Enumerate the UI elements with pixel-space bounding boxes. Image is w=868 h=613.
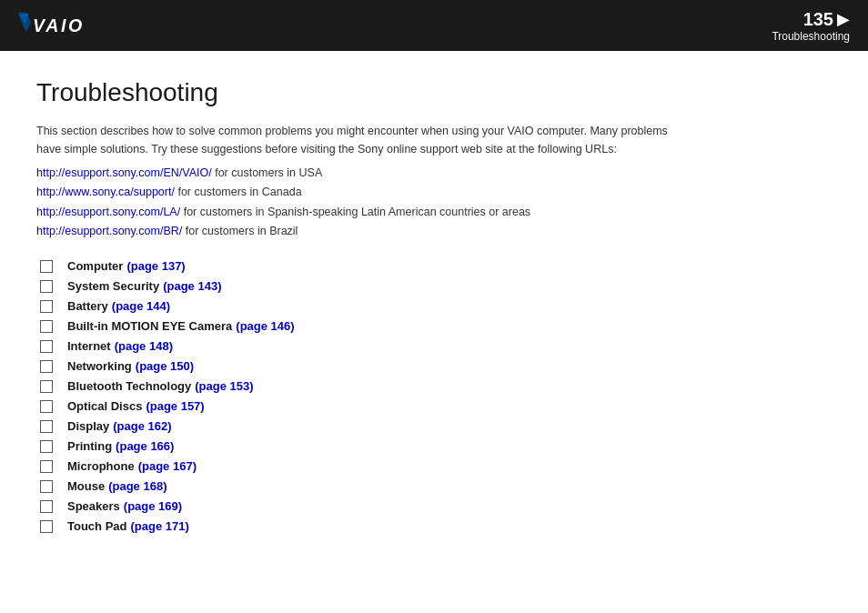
toc-item-label: Microphone [67,459,135,473]
toc-item-label: Bluetooth Technology [67,379,191,393]
vaio-logo-icon: VAIO [18,11,99,40]
toc-item-label: Printing [67,439,112,453]
toc-list-item: Built-in MOTION EYE Camera (page 146) [36,319,832,333]
toc-list-item: Battery (page 144) [36,299,832,313]
checkbox-icon [40,460,53,473]
toc-item-link[interactable]: (page 162) [113,419,171,433]
arrow-icon: ▶ [837,9,850,29]
toc-list-item: Touch Pad (page 171) [36,519,832,533]
toc-list-item: Computer (page 137) [36,259,832,273]
url-links-block: http://esupport.sony.com/EN/VAIO/ for cu… [36,164,832,241]
checkbox-icon [40,340,53,353]
checkbox-icon [40,500,53,513]
url-line-3: http://esupport.sony.com/LA/ for custome… [36,203,832,222]
url-brazil-suffix: for customers in Brazil [182,225,298,237]
toc-list-item: Speakers (page 169) [36,499,832,513]
toc-item-link[interactable]: (page 168) [108,479,167,493]
section-label: Troubleshooting [772,30,850,43]
url-line-1: http://esupport.sony.com/EN/VAIO/ for cu… [36,164,832,183]
url-la-link[interactable]: http://esupport.sony.com/LA/ [36,206,180,218]
checkbox-icon [40,520,53,533]
toc-item-label: System Security [67,279,159,293]
checkbox-icon [40,440,53,453]
page-title: Troubleshooting [36,78,832,107]
toc-list-item: Printing (page 166) [36,439,832,453]
checkbox-icon [40,280,53,293]
toc-item-label: Speakers [67,499,120,513]
toc-list-item: Networking (page 150) [36,359,832,373]
url-canada-link[interactable]: http://www.sony.ca/support/ [36,186,175,198]
toc-item-link[interactable]: (page 167) [138,459,197,473]
intro-line2: have simple solutions. Try these suggest… [36,143,617,156]
page-number-line: 135 ▶ [803,9,850,30]
toc-item-label: Networking [67,359,132,373]
toc-item-label: Display [67,419,109,433]
toc-item-label: Optical Discs [67,399,142,413]
checkbox-icon [40,400,53,413]
url-la-suffix: for customers in Spanish-speaking Latin … [180,206,530,218]
toc-list-item: Display (page 162) [36,419,832,433]
toc-item-link[interactable]: (page 150) [136,359,194,373]
url-usa-link[interactable]: http://esupport.sony.com/EN/VAIO/ [36,166,212,179]
toc-item-link[interactable]: (page 146) [236,319,294,333]
toc-list-item: Internet (page 148) [36,339,832,353]
toc-item-link[interactable]: (page 157) [146,399,204,413]
toc-item-label: Touch Pad [67,519,126,533]
url-line-2: http://www.sony.ca/support/ for customer… [36,183,832,202]
toc-item-link[interactable]: (page 137) [126,259,185,273]
toc-item-label: Internet [67,339,111,353]
url-brazil-link[interactable]: http://esupport.sony.com/BR/ [36,225,182,237]
main-content: Troubleshooting This section describes h… [0,51,868,558]
toc-list-item: System Security (page 143) [36,279,832,293]
toc-item-link[interactable]: (page 144) [112,299,170,313]
toc-list-item: Mouse (page 168) [36,479,832,493]
checkbox-icon [40,300,53,313]
toc-item-link[interactable]: (page 169) [124,499,182,513]
checkbox-icon [40,480,53,493]
checkbox-icon [40,320,53,333]
checkbox-icon [40,260,53,273]
toc-item-label: Computer [67,259,123,273]
toc-item-link[interactable]: (page 148) [115,339,173,353]
toc-item-link[interactable]: (page 143) [163,279,221,293]
header-right: 135 ▶ Troubleshooting [772,9,850,43]
toc-item-label: Built-in MOTION EYE Camera [67,319,232,333]
toc-item-link[interactable]: (page 153) [195,379,253,393]
toc-item-link[interactable]: (page 171) [130,519,188,533]
checkbox-icon [40,380,53,393]
toc-list-item: Microphone (page 167) [36,459,832,473]
url-usa-suffix: for customers in USA [212,166,323,179]
svg-text:VAIO: VAIO [33,15,85,35]
toc-item-label: Mouse [67,479,105,493]
toc-item-link[interactable]: (page 166) [116,439,174,453]
checkbox-icon [40,420,53,433]
intro-paragraph: This section describes how to solve comm… [36,122,832,158]
checkbox-icon [40,360,53,373]
page-number: 135 [803,9,833,30]
logo-area: VAIO [18,11,99,40]
intro-line1: This section describes how to solve comm… [36,125,668,137]
toc-item-label: Battery [67,299,108,313]
url-line-4: http://esupport.sony.com/BR/ for custome… [36,222,832,241]
url-canada-suffix: for customers in Canada [175,186,302,198]
toc-list: Computer (page 137)System Security (page… [36,259,832,533]
toc-list-item: Optical Discs (page 157) [36,399,832,413]
header: VAIO 135 ▶ Troubleshooting [0,0,868,51]
toc-list-item: Bluetooth Technology (page 153) [36,379,832,393]
